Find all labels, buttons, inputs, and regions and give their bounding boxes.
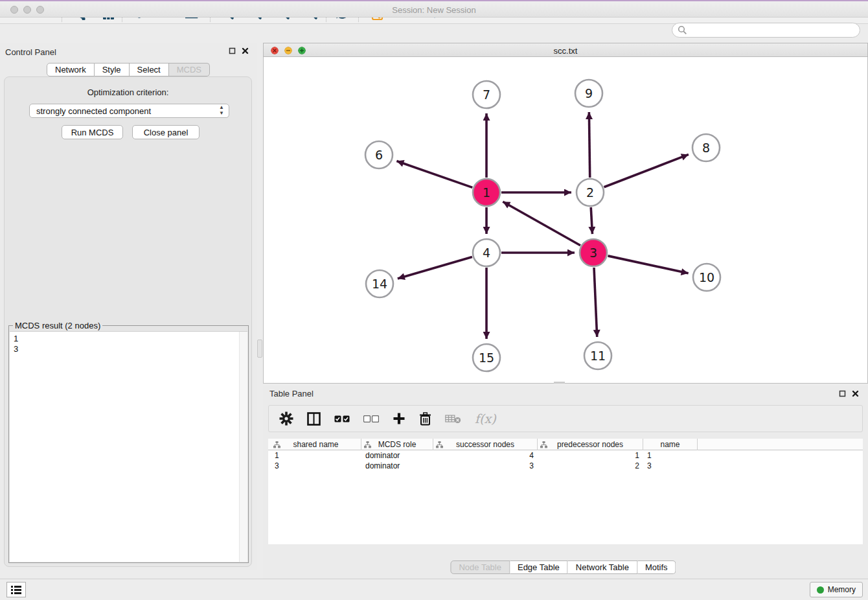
- edge-4-14[interactable]: [398, 257, 472, 278]
- hierarchy-icon: [436, 441, 443, 448]
- node-label-6: 6: [375, 148, 383, 162]
- node-label-10: 10: [699, 270, 714, 284]
- table-row[interactable]: 1dominator411: [271, 450, 863, 461]
- result-line: 1: [10, 334, 247, 344]
- column-header[interactable]: predecessor nodes: [538, 439, 643, 450]
- tab-style[interactable]: Style: [95, 63, 130, 76]
- optimization-criterion-label: Optimization criterion:: [5, 87, 251, 97]
- column-header[interactable]: name: [643, 439, 698, 450]
- search-input[interactable]: [687, 26, 860, 35]
- node-label-4: 4: [483, 246, 490, 260]
- table-row[interactable]: 3dominator323: [271, 461, 863, 471]
- tab-network[interactable]: Network: [47, 63, 95, 76]
- table-cell: 3: [433, 461, 538, 471]
- result-scrollbar[interactable]: [239, 332, 247, 562]
- mcds-result-box[interactable]: 1 3: [10, 331, 247, 562]
- delete-table-icon[interactable]: [445, 414, 461, 424]
- node-label-8: 8: [702, 141, 710, 155]
- table-cell: 2: [538, 461, 643, 471]
- mcds-result-title: MCDS result (2 nodes): [13, 321, 102, 330]
- network-window-titlebar[interactable]: scc.txt: [263, 43, 868, 57]
- control-panel: Control Panel Network Style Select MCDS …: [0, 43, 257, 570]
- hierarchy-icon: [273, 441, 280, 448]
- control-panel-title: Control Panel: [5, 47, 56, 57]
- table-settings-gear-icon[interactable]: [279, 411, 293, 426]
- table-body: 1dominator4113dominator323: [268, 450, 863, 544]
- control-panel-tabs: Network Style Select MCDS: [47, 63, 210, 76]
- criterion-value: strongly connected component: [36, 106, 151, 116]
- table-cell: 1: [271, 450, 361, 461]
- node-label-2: 2: [586, 185, 594, 200]
- table-cell: 1: [538, 450, 643, 461]
- table-cell: dominator: [361, 461, 433, 471]
- search-icon: [678, 25, 687, 35]
- edge-2-3[interactable]: [591, 207, 592, 234]
- mcds-panel: Optimization criterion: strongly connect…: [4, 76, 252, 567]
- split-pane-grip[interactable]: [257, 340, 262, 358]
- run-mcds-button[interactable]: Run MCDS: [62, 125, 123, 139]
- close-panel-button[interactable]: Close panel: [132, 125, 200, 139]
- table-cell: 4: [433, 450, 538, 461]
- node-label-9: 9: [585, 86, 593, 100]
- node-label-11: 11: [590, 349, 606, 363]
- mcds-result-group: MCDS result (2 nodes) 1 3: [8, 325, 249, 563]
- close-panel-icon[interactable]: [852, 390, 859, 397]
- result-line: 3: [10, 344, 247, 354]
- table-cell: 3: [643, 461, 698, 471]
- network-view-window: scc.txt 7968124314101511: [263, 43, 868, 384]
- memory-button[interactable]: Memory: [810, 582, 863, 597]
- float-panel-icon[interactable]: [229, 47, 236, 54]
- column-header[interactable]: MCDS role: [361, 439, 433, 450]
- edge-1-6[interactable]: [396, 161, 472, 188]
- criterion-select[interactable]: strongly connected component ▲▼: [29, 104, 229, 118]
- task-history-button[interactable]: [6, 582, 26, 597]
- table-cell: 3: [271, 461, 361, 471]
- tab-network-table[interactable]: Network Table: [568, 560, 637, 574]
- deselect-all-checks-icon[interactable]: [363, 415, 379, 422]
- tab-motifs[interactable]: Motifs: [637, 560, 676, 574]
- add-row-icon[interactable]: [393, 412, 405, 425]
- edge-3-10[interactable]: [608, 256, 688, 273]
- select-all-checks-icon[interactable]: [334, 415, 350, 422]
- table-panel-title: Table Panel: [269, 389, 314, 398]
- column-header[interactable]: successor nodes: [433, 439, 538, 450]
- table-cell: dominator: [361, 450, 433, 461]
- show-columns-icon[interactable]: [307, 412, 321, 426]
- edge-2-9[interactable]: [589, 112, 589, 178]
- node-label-3: 3: [589, 246, 597, 260]
- tab-node-table[interactable]: Node Table: [450, 560, 510, 574]
- table-toolbar: f(x): [268, 405, 863, 432]
- close-panel-icon[interactable]: [242, 47, 249, 54]
- node-label-14: 14: [372, 277, 387, 291]
- network-window-title: scc.txt: [264, 46, 867, 56]
- table-panel: Table Panel: [263, 386, 868, 579]
- node-label-7: 7: [483, 87, 490, 102]
- hierarchy-icon: [364, 441, 371, 448]
- hierarchy-icon: [540, 441, 547, 448]
- table-header: shared nameMCDS rolesuccessor nodesprede…: [268, 439, 863, 450]
- memory-label: Memory: [828, 585, 856, 594]
- memory-status-icon: [817, 586, 824, 594]
- tab-edge-table[interactable]: Edge Table: [510, 560, 568, 574]
- tab-select[interactable]: Select: [130, 63, 169, 76]
- table-tabs: Node Table Edge Table Network Table Moti…: [450, 560, 676, 574]
- table-cell: 1: [643, 450, 698, 461]
- edge-3-1[interactable]: [503, 202, 580, 245]
- function-builder-icon: f(x): [475, 411, 496, 426]
- window-titlebar: Session: New Session: [0, 0, 868, 17]
- horizontal-scrollbar-nub[interactable]: [554, 382, 565, 384]
- status-bar: Memory: [0, 579, 868, 600]
- float-panel-icon[interactable]: [839, 390, 846, 397]
- network-canvas[interactable]: 7968124314101511: [263, 57, 868, 384]
- window-title: Session: New Session: [0, 5, 868, 15]
- edge-3-11[interactable]: [594, 268, 597, 337]
- delete-row-icon[interactable]: [419, 412, 431, 426]
- node-label-15: 15: [479, 351, 494, 365]
- network-graph[interactable]: 7968124314101511: [264, 57, 867, 382]
- edge-2-8[interactable]: [604, 154, 688, 187]
- node-label-1: 1: [483, 185, 490, 200]
- search-box[interactable]: [672, 23, 860, 38]
- tab-mcds[interactable]: MCDS: [169, 63, 210, 76]
- chevron-up-down-icon: ▲▼: [219, 104, 224, 116]
- column-header[interactable]: shared name: [271, 439, 361, 450]
